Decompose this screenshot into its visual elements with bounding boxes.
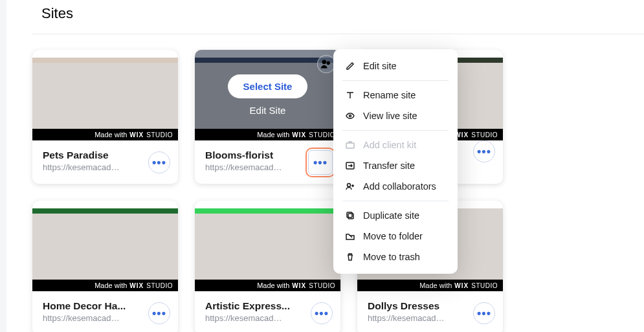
- more-actions-button[interactable]: •••: [308, 150, 333, 175]
- trash-icon: [345, 252, 355, 262]
- site-context-menu: Edit site Rename site View live site Add…: [333, 49, 458, 274]
- svg-rect-7: [347, 212, 352, 217]
- svg-point-2: [350, 115, 351, 117]
- site-card[interactable]: Made with WIX STUDIO Home Decor Ha... ht…: [32, 201, 178, 332]
- menu-item-label: Rename site: [363, 90, 416, 100]
- menu-item-duplicate-site[interactable]: Duplicate site: [333, 205, 458, 226]
- page-content: Sites Made with WIX STUDIO Pets Paradise…: [6, 0, 644, 332]
- site-url: https://kesemacad…: [43, 313, 140, 323]
- menu-item-move-to-folder[interactable]: Move to folder: [333, 226, 458, 247]
- site-title: Pets Paradise: [43, 149, 140, 161]
- menu-item-label: Duplicate site: [363, 210, 419, 221]
- site-url: https://kesemacad…: [205, 313, 302, 323]
- menu-item-view-live-site[interactable]: View live site: [333, 105, 458, 126]
- folder-icon: [345, 231, 355, 241]
- svg-rect-6: [348, 214, 353, 219]
- more-actions-button[interactable]: •••: [148, 302, 170, 324]
- select-site-button[interactable]: Select Site: [228, 74, 308, 98]
- menu-item-add-client-kit: Add client kit: [333, 135, 458, 155]
- site-title: Home Decor Ha...: [43, 300, 140, 312]
- menu-item-label: Add collaborators: [363, 181, 436, 192]
- menu-separator: [342, 201, 449, 201]
- collaborators-icon[interactable]: [317, 55, 335, 73]
- briefcase-icon: [345, 140, 355, 150]
- svg-point-5: [348, 184, 351, 187]
- menu-separator: [342, 80, 449, 81]
- menu-item-add-collaborators[interactable]: Add collaborators: [333, 176, 458, 197]
- svg-point-1: [326, 61, 330, 65]
- more-actions-button[interactable]: •••: [473, 302, 495, 324]
- menu-item-label: Add client kit: [363, 140, 416, 150]
- site-thumbnail[interactable]: Made with WIX STUDIO: [195, 201, 340, 291]
- made-with-badge: Made with WIX STUDIO: [195, 280, 340, 291]
- user-plus-icon: [345, 181, 355, 192]
- menu-item-rename-site[interactable]: Rename site: [333, 85, 458, 105]
- made-with-badge: Made with WIX STUDIO: [32, 280, 178, 291]
- site-title: Dollys Dresses: [368, 300, 465, 312]
- site-card[interactable]: Made with WIX STUDIO Artistic Express...…: [195, 201, 340, 332]
- menu-separator: [342, 130, 449, 131]
- svg-rect-3: [346, 143, 354, 148]
- transfer-icon: [345, 160, 355, 171]
- menu-item-label: Move to folder: [363, 231, 423, 241]
- menu-item-label: Move to trash: [363, 252, 420, 262]
- duplicate-icon: [345, 210, 355, 221]
- site-title: Blooms-florist: [205, 149, 302, 161]
- site-card[interactable]: Select Site Edit Site Made with WIX STUD…: [195, 50, 340, 184]
- site-title: Artistic Express...: [205, 300, 302, 312]
- site-thumbnail[interactable]: Made with WIX STUDIO: [32, 201, 178, 291]
- site-thumbnail[interactable]: Select Site Edit Site Made with WIX STUD…: [195, 50, 340, 140]
- edit-site-link[interactable]: Edit Site: [250, 105, 286, 116]
- page-title: Sites: [32, 0, 644, 34]
- site-url: https://kesemacad…: [43, 162, 140, 172]
- site-thumbnail[interactable]: Made with WIX STUDIO: [32, 50, 178, 140]
- menu-item-move-to-trash[interactable]: Move to trash: [333, 247, 458, 267]
- menu-item-label: View live site: [363, 111, 417, 121]
- menu-item-edit-site[interactable]: Edit site: [333, 56, 458, 76]
- svg-point-0: [322, 60, 327, 65]
- more-actions-button[interactable]: •••: [148, 151, 170, 173]
- more-actions-button[interactable]: •••: [473, 140, 495, 162]
- text-icon: [345, 90, 355, 100]
- made-with-badge: Made with WIX STUDIO: [32, 129, 178, 140]
- pencil-icon: [345, 61, 355, 71]
- made-with-badge: Made with WIX STUDIO: [357, 280, 503, 291]
- menu-item-transfer-site[interactable]: Transfer site: [333, 155, 458, 176]
- more-actions-button[interactable]: •••: [311, 302, 333, 324]
- hover-overlay: Select Site Edit Site: [195, 50, 340, 140]
- menu-item-label: Edit site: [363, 61, 397, 71]
- site-card[interactable]: Made with WIX STUDIO Pets Paradise https…: [32, 50, 178, 184]
- menu-item-label: Transfer site: [363, 160, 415, 171]
- made-with-badge: Made with WIX STUDIO: [195, 129, 340, 140]
- eye-icon: [345, 111, 355, 121]
- site-url: https://kesemacad…: [368, 313, 465, 323]
- site-url: https://kesemacad…: [205, 162, 302, 172]
